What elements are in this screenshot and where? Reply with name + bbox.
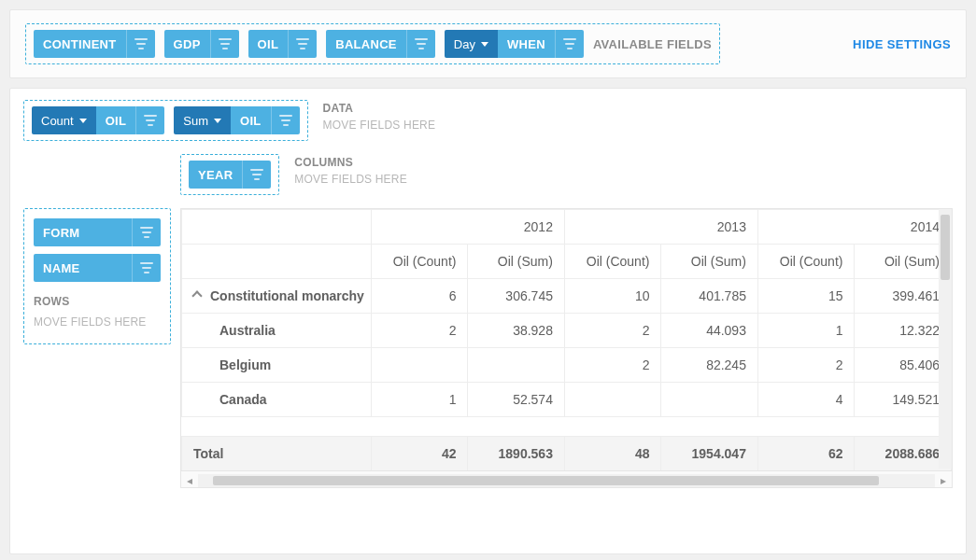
rows-zone-hint: MOVE FIELDS HERE [34, 315, 161, 329]
pivot-cell: 2 [371, 314, 468, 348]
data-field-oil-sum[interactable]: Sum OIL [174, 106, 299, 134]
pivot-measure-header[interactable]: Oil (Sum) [855, 245, 952, 279]
table-row: Constitutional monarchy6306.74510401.785… [182, 279, 952, 314]
hide-settings-button[interactable]: HIDE SETTINGS [853, 37, 951, 51]
filter-icon[interactable] [132, 254, 161, 282]
table-row: Australia238.928244.093112.322 [182, 314, 952, 348]
field-label: CONTINENT [34, 30, 126, 58]
pivot-total-cell: 48 [564, 437, 661, 471]
pivot-cell: 38.928 [468, 314, 565, 348]
pivot-cell: 15 [757, 279, 855, 314]
pivot-year-header[interactable]: 2013 [564, 210, 757, 245]
pivot-measure-header[interactable]: Oil (Sum) [468, 245, 565, 279]
pivot-row-header[interactable]: Constitutional monarchy [182, 279, 372, 314]
pivot-measure-header[interactable]: Oil (Count) [564, 245, 661, 279]
field-agg-label: Day [454, 37, 475, 51]
pivot-cell [371, 348, 468, 383]
pivot-corner [182, 210, 372, 245]
pivot-table: 2012 2013 2014 Oil (Count) Oil (Sum) Oil… [181, 209, 952, 470]
pivot-total-cell: 62 [757, 437, 855, 471]
pivot-cell: 44.093 [661, 314, 758, 348]
filter-icon[interactable] [271, 106, 300, 134]
pivot-total-cell: 2088.686 [855, 437, 952, 471]
field-agg-selector[interactable]: Count [32, 106, 96, 134]
field-label: OIL [96, 106, 136, 134]
pivot-cell [468, 348, 565, 383]
field-label: GDP [164, 30, 210, 58]
filter-icon[interactable] [210, 30, 239, 58]
pivot-measure-header[interactable]: Oil (Count) [757, 245, 855, 279]
pivot-cell: 2 [564, 314, 661, 348]
pivot-cell: 82.245 [661, 348, 758, 383]
pivot-cell: 306.745 [468, 279, 565, 314]
pivot-measure-row: Oil (Count) Oil (Sum) Oil (Count) Oil (S… [182, 245, 952, 279]
field-chip-balance[interactable]: BALANCE [326, 30, 435, 58]
row-field-name[interactable]: NAME [34, 254, 161, 282]
field-label: WHEN [498, 30, 555, 58]
field-agg-selector[interactable]: Sum [174, 106, 231, 134]
pivot-row-header: Australia [182, 314, 372, 348]
rows-fields-zone[interactable]: FORM NAME ROWS MOVE FIELDS HERE [23, 208, 171, 344]
filter-icon[interactable] [555, 30, 584, 58]
data-fields-zone[interactable]: Count OIL Sum OIL [23, 100, 308, 141]
horizontal-scrollbar[interactable]: ◂ ▸ [181, 470, 952, 488]
pivot-measure-header[interactable]: Oil (Count) [371, 245, 468, 279]
pivot-cell: 149.521 [855, 383, 952, 417]
pivot-total-cell: 42 [371, 437, 468, 471]
pivot-cell: 1 [757, 314, 855, 348]
pivot-row-header: Belgium [182, 348, 372, 383]
available-fields-label: AVAILABLE FIELDS [593, 37, 712, 51]
pivot-cell: 85.406 [855, 348, 952, 383]
pivot-corner [182, 245, 372, 279]
data-field-oil-count[interactable]: Count OIL [32, 106, 164, 134]
pivot-grid: 2012 2013 2014 Oil (Count) Oil (Sum) Oil… [180, 208, 953, 488]
chevron-down-icon [214, 119, 221, 123]
pivot-cell: 2 [564, 348, 661, 383]
filter-icon[interactable] [406, 30, 435, 58]
pivot-year-header[interactable]: 2012 [371, 210, 564, 245]
field-chip-oil[interactable]: OIL [248, 30, 318, 58]
field-label: YEAR [189, 161, 242, 189]
pivot-row-header: Canada [182, 383, 372, 417]
pivot-total-cell: 1954.047 [661, 437, 758, 471]
filter-icon[interactable] [135, 106, 164, 134]
filter-icon[interactable] [126, 30, 155, 58]
pivot-cell: 10 [564, 279, 661, 314]
chevron-down-icon [79, 119, 87, 123]
row-field-form[interactable]: FORM [34, 218, 161, 246]
field-chip-continent[interactable]: CONTINENT [34, 30, 155, 58]
field-label: BALANCE [326, 30, 406, 58]
pivot-cell: 12.322 [855, 314, 952, 348]
field-agg-label: Sum [183, 114, 208, 128]
pivot-scroll[interactable]: 2012 2013 2014 Oil (Count) Oil (Sum) Oil… [181, 209, 952, 470]
table-row: Belgium282.245285.406 [182, 348, 952, 383]
filter-icon[interactable] [242, 161, 271, 189]
filter-icon[interactable] [288, 30, 317, 58]
filter-icon[interactable] [132, 218, 161, 246]
column-field-year[interactable]: YEAR [189, 161, 271, 189]
available-fields-zone[interactable]: CONTINENT GDP OIL BALANCE Day WHEN AVAIL… [25, 23, 720, 64]
pivot-total-row: Total 42 1890.563 48 1954.047 62 2088.68… [182, 437, 952, 471]
pivot-cell: 4 [757, 383, 855, 417]
scroll-right-icon[interactable]: ▸ [935, 472, 952, 489]
columns-fields-zone[interactable]: YEAR [180, 154, 279, 195]
pivot-cell: 399.461 [855, 279, 952, 314]
field-label: NAME [34, 254, 132, 282]
field-agg-label: Count [41, 114, 74, 128]
rows-zone-title: ROWS [34, 295, 161, 308]
chevron-up-icon[interactable] [191, 290, 202, 301]
pivot-cell: 6 [371, 279, 468, 314]
scroll-left-icon[interactable]: ◂ [181, 472, 198, 489]
field-chip-when[interactable]: Day WHEN [445, 30, 584, 58]
data-zone-label: DATA MOVE FIELDS HERE [323, 100, 436, 133]
field-chip-gdp[interactable]: GDP [164, 30, 239, 58]
field-label: OIL [231, 106, 271, 134]
field-label: FORM [34, 218, 132, 246]
pivot-cell: 401.785 [661, 279, 758, 314]
pivot-cell: 1 [371, 383, 468, 417]
field-agg-selector[interactable]: Day [445, 30, 498, 58]
pivot-year-header[interactable]: 2014 [757, 210, 951, 245]
pivot-measure-header[interactable]: Oil (Sum) [661, 245, 758, 279]
columns-zone-label: COLUMNS MOVE FIELDS HERE [294, 154, 407, 188]
vertical-scrollbar[interactable] [939, 209, 952, 469]
